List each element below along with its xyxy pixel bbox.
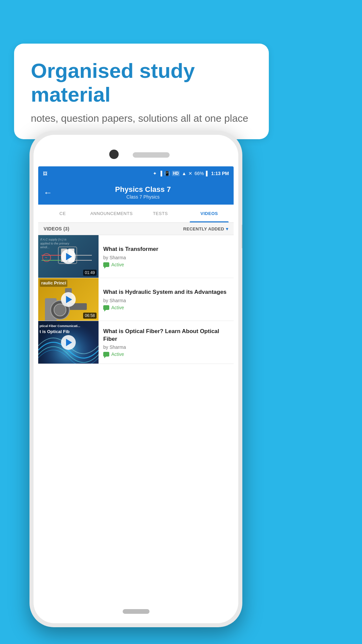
play-icon bbox=[66, 253, 72, 260]
battery-icon: ▌ bbox=[206, 171, 209, 176]
video-info-2: What is Hydraulic System and its Advanta… bbox=[99, 278, 234, 321]
phone-speaker bbox=[133, 152, 170, 158]
video-item[interactable]: ~ If A.C supply (V₁) is applied to the p… bbox=[38, 235, 234, 278]
video-duration-2: 06:58 bbox=[83, 313, 97, 319]
video-thumbnail: raulic Princi 06:58 bbox=[38, 278, 99, 321]
chat-icon-1 bbox=[103, 262, 109, 267]
thumb-overlay-2: raulic Princi bbox=[40, 280, 67, 287]
vibrate-icon: 📳 bbox=[164, 171, 170, 176]
svg-point-13 bbox=[54, 304, 66, 316]
chat-icon-2 bbox=[103, 305, 109, 310]
video-list: ~ If A.C supply (V₁) is applied to the p… bbox=[38, 235, 234, 364]
svg-text:~: ~ bbox=[45, 256, 47, 260]
sort-chevron-icon: ▾ bbox=[226, 226, 228, 231]
video-item[interactable]: ptical Fiber Communicati... t is Optical… bbox=[38, 321, 234, 364]
tab-tests[interactable]: TESTS bbox=[136, 205, 185, 222]
tab-ce[interactable]: CE bbox=[38, 205, 87, 222]
video-info-3: What is Optical Fiber? Learn About Optic… bbox=[99, 321, 234, 364]
videos-header: VIDEOS (3) RECENTLY ADDED ▾ bbox=[38, 223, 234, 235]
video-title-2: What is Hydraulic System and its Advanta… bbox=[103, 288, 229, 296]
signal-icon: ▐ bbox=[159, 171, 162, 176]
app-subtitle: Class 7 Physics bbox=[126, 194, 160, 200]
play-icon bbox=[66, 339, 72, 346]
play-button-3[interactable] bbox=[61, 335, 76, 350]
status-right: ✦ ▐ 📳 HD ▲ ✕ 66% ▌ 1:13 PM bbox=[153, 171, 229, 176]
bubble-title: Organised study material bbox=[31, 59, 252, 107]
video-author-2: by Sharma bbox=[103, 298, 229, 303]
speech-bubble: Organised study material notes, question… bbox=[14, 44, 269, 139]
sort-button[interactable]: RECENTLY ADDED ▾ bbox=[183, 226, 229, 231]
video-author-3: by Sharma bbox=[103, 344, 229, 350]
phone-frame: 🖼 ✦ ▐ 📳 HD ▲ ✕ 66% ▌ 1:13 PM ← P bbox=[29, 131, 242, 627]
video-thumbnail: ptical Fiber Communicati... t is Optical… bbox=[38, 321, 99, 364]
time-label: 1:13 PM bbox=[211, 171, 229, 176]
play-button-2[interactable] bbox=[61, 292, 76, 307]
bubble-subtitle: notes, question papers, solutions all at… bbox=[31, 113, 252, 124]
chat-icon-3 bbox=[103, 352, 109, 357]
bluetooth-icon: ✦ bbox=[153, 171, 157, 176]
battery-text: 66% bbox=[194, 171, 204, 176]
back-button[interactable]: ← bbox=[44, 187, 52, 198]
video-status-1: Active bbox=[103, 262, 229, 267]
phone-inner: 🖼 ✦ ▐ 📳 HD ▲ ✕ 66% ▌ 1:13 PM ← P bbox=[34, 135, 238, 623]
phone-screen: 🖼 ✦ ▐ 📳 HD ▲ ✕ 66% ▌ 1:13 PM ← P bbox=[38, 166, 234, 605]
app-bar-title-group: Physics Class 7 Class 7 Physics bbox=[58, 185, 228, 200]
phone-side-button bbox=[242, 225, 242, 248]
video-status-3: Active bbox=[103, 352, 229, 357]
tab-announcements[interactable]: ANNOUNCEMENTS bbox=[87, 205, 136, 222]
video-title-1: What is Transformer bbox=[103, 246, 229, 253]
tab-bar: CE ANNOUNCEMENTS TESTS VIDEOS bbox=[38, 205, 234, 223]
status-left: 🖼 bbox=[43, 171, 47, 176]
phone-home-indicator bbox=[123, 609, 149, 614]
phone-camera bbox=[109, 150, 119, 159]
app-title: Physics Class 7 bbox=[58, 185, 228, 194]
video-title-3: What is Optical Fiber? Learn About Optic… bbox=[103, 328, 229, 342]
play-button-1[interactable] bbox=[61, 249, 76, 264]
play-icon bbox=[66, 296, 72, 303]
video-status-2: Active bbox=[103, 305, 229, 310]
video-info-1: What is Transformer by Sharma Active bbox=[99, 235, 234, 278]
status-bar: 🖼 ✦ ▐ 📳 HD ▲ ✕ 66% ▌ 1:13 PM bbox=[38, 166, 234, 180]
video-item[interactable]: raulic Princi 06:58 What is Hydraulic Sy… bbox=[38, 278, 234, 321]
app-bar: ← Physics Class 7 Class 7 Physics bbox=[38, 180, 234, 205]
video-author-1: by Sharma bbox=[103, 255, 229, 260]
sort-label: RECENTLY ADDED bbox=[183, 226, 224, 231]
video-duration-1: 01:49 bbox=[83, 270, 97, 276]
hd-label: HD bbox=[172, 171, 180, 176]
photo-icon: 🖼 bbox=[43, 171, 47, 176]
wifi-icon: ▲ bbox=[182, 171, 186, 176]
videos-count: VIDEOS (3) bbox=[44, 226, 69, 231]
network-icon: ✕ bbox=[188, 171, 192, 176]
video-thumbnail: ~ If A.C supply (V₁) is applied to the p… bbox=[38, 235, 99, 278]
tab-videos[interactable]: VIDEOS bbox=[185, 205, 234, 222]
thumb-overlay-1: If A.C supply (V₁) is applied to the pri… bbox=[40, 238, 74, 250]
